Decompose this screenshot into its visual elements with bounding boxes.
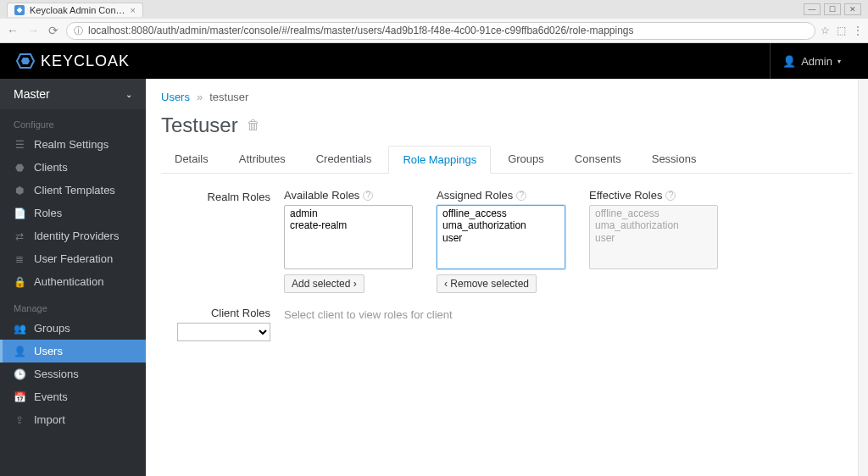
lock-icon: 🔒 [14, 276, 25, 288]
available-roles-column: Available Roles? admin create-realm Add … [284, 189, 413, 293]
section-title: Manage [0, 293, 146, 317]
tab-favicon-icon: ◆ [14, 5, 25, 15]
role-option[interactable]: user [439, 232, 563, 244]
browser-tab[interactable]: ◆ Keycloak Admin Con… × [7, 3, 143, 17]
database-icon: ≣ [14, 253, 25, 265]
page-title-text: Testuser [161, 113, 238, 137]
sidebar-item-authentication[interactable]: 🔒Authentication [0, 270, 146, 293]
browser-chrome: ◆ Keycloak Admin Con… × — ☐ ✕ ← → ⟳ ⓘ lo… [0, 0, 868, 43]
browser-tab-bar: ◆ Keycloak Admin Con… × — ☐ ✕ [0, 0, 868, 19]
url-text: localhost:8080/auth/admin/master/console… [88, 25, 634, 36]
tab-title: Keycloak Admin Con… [30, 5, 125, 15]
tab-attributes[interactable]: Attributes [225, 146, 299, 173]
sidebar-item-sessions[interactable]: 🕒Sessions [0, 363, 146, 385]
effective-roles-label: Effective Roles [589, 189, 662, 202]
sidebar-item-label: Realm Settings [34, 138, 108, 151]
tab-credentials[interactable]: Credentials [303, 146, 386, 173]
sidebar-item-realm-settings[interactable]: ☰Realm Settings [0, 133, 146, 156]
sidebar-item-label: Identity Providers [34, 230, 119, 242]
sidebar-item-label: Client Templates [34, 184, 115, 196]
tab-role-mappings[interactable]: Role Mappings [388, 146, 491, 174]
window-controls: — ☐ ✕ [804, 3, 861, 15]
role-option[interactable]: admin [287, 208, 410, 219]
role-option: uma_authorization [592, 219, 715, 231]
sidebar-item-roles[interactable]: 📄Roles [0, 202, 146, 224]
role-option[interactable]: uma_authorization [439, 219, 563, 231]
add-selected-button[interactable]: Add selected › [284, 274, 364, 293]
remove-selected-button[interactable]: ‹ Remove selected [437, 274, 537, 293]
reload-icon[interactable]: ⟳ [46, 24, 61, 37]
trash-icon[interactable]: 🗑 [247, 118, 260, 133]
sidebar-item-users[interactable]: 👤Users [0, 340, 146, 363]
client-roles-row: Client Roles Select client to view roles… [161, 307, 853, 341]
extension-icon[interactable]: ⬚ [837, 25, 846, 36]
role-option: user [592, 232, 715, 244]
sidebar-item-label: Sessions [34, 368, 79, 380]
url-input[interactable]: ⓘ localhost:8080/auth/admin/master/conso… [66, 22, 815, 40]
sidebar-item-import[interactable]: ⇪Import [0, 408, 146, 431]
sidebar-item-label: User Federation [34, 252, 113, 265]
role-option[interactable]: create-realm [287, 219, 410, 231]
tab-details[interactable]: Details [161, 146, 222, 173]
realm-selector[interactable]: Master ⌄ [0, 79, 146, 109]
main-content: Users » testuser Testuser 🗑 Details Attr… [146, 79, 868, 476]
help-icon[interactable]: ? [363, 191, 373, 201]
menu-icon[interactable]: ⋮ [853, 25, 863, 36]
client-hint: Select client to view roles for client [284, 307, 453, 321]
effective-roles-select: offline_access uma_authorization user [589, 205, 718, 269]
cube-icon: ⬣ [14, 162, 25, 174]
available-roles-label: Available Roles [284, 189, 359, 202]
user-dropdown[interactable]: 👤 Admin ▾ [770, 43, 853, 79]
sidebar-section: Manage 👥Groups 👤Users 🕒Sessions 📅Events … [0, 293, 146, 431]
logo[interactable]: KEYCLOAK [15, 51, 130, 71]
sidebar-item-events[interactable]: 📅Events [0, 385, 146, 408]
group-icon: 👥 [14, 323, 25, 335]
effective-roles-column: Effective Roles? offline_access uma_auth… [589, 189, 718, 293]
forward-icon: → [25, 24, 41, 37]
assigned-roles-column: Assigned Roles? offline_access uma_autho… [437, 189, 565, 293]
sidebar-item-client-templates[interactable]: ⬢Client Templates [0, 179, 146, 202]
chevron-down-icon: ⌄ [125, 90, 132, 99]
sidebar-item-clients[interactable]: ⬣Clients [0, 156, 146, 179]
cubes-icon: ⬢ [14, 185, 25, 196]
file-icon: 📄 [14, 208, 25, 219]
breadcrumb: Users » testuser [161, 91, 853, 103]
role-option[interactable]: offline_access [439, 208, 563, 219]
minimize-icon[interactable]: — [804, 3, 821, 15]
user-icon: 👤 [14, 346, 25, 357]
sidebar-item-user-federation[interactable]: ≣User Federation [0, 247, 146, 270]
info-icon[interactable]: ⓘ [74, 25, 83, 37]
url-bar: ← → ⟳ ⓘ localhost:8080/auth/admin/master… [0, 19, 868, 42]
upload-icon: ⇪ [14, 414, 25, 426]
assigned-roles-select[interactable]: offline_access uma_authorization user [437, 205, 565, 269]
realm-roles-label: Realm Roles [161, 189, 284, 203]
close-window-icon[interactable]: ✕ [844, 3, 861, 15]
client-select[interactable] [177, 323, 270, 341]
maximize-icon[interactable]: ☐ [824, 3, 841, 15]
sidebar-item-label: Groups [34, 322, 70, 335]
calendar-icon: 📅 [14, 391, 25, 403]
sidebar-item-identity-providers[interactable]: ⇄Identity Providers [0, 224, 146, 247]
breadcrumb-link-users[interactable]: Users [161, 91, 190, 103]
help-icon[interactable]: ? [665, 191, 676, 201]
keycloak-logo-icon [15, 51, 36, 71]
sidebar-item-groups[interactable]: 👥Groups [0, 317, 146, 340]
available-roles-select[interactable]: admin create-realm [284, 205, 413, 269]
realm-name: Master [14, 87, 50, 101]
username: Admin [801, 55, 832, 68]
chevron-down-icon: ▾ [837, 58, 841, 65]
tab-consents[interactable]: Consents [561, 146, 635, 173]
sidebar-item-label: Users [34, 345, 63, 357]
section-title: Configure [0, 109, 146, 133]
help-icon[interactable]: ? [516, 191, 526, 201]
role-option: offline_access [592, 208, 715, 219]
tab-sessions[interactable]: Sessions [638, 146, 710, 173]
sidebar-section: Configure ☰Realm Settings ⬣Clients ⬢Clie… [0, 109, 146, 293]
close-icon[interactable]: × [131, 5, 136, 15]
star-icon[interactable]: ☆ [821, 25, 830, 36]
logo-text: KEYCLOAK [41, 53, 130, 70]
tab-groups[interactable]: Groups [494, 146, 558, 173]
back-icon[interactable]: ← [5, 24, 20, 37]
scrollbar[interactable] [858, 79, 868, 476]
realm-roles-row: Realm Roles Available Roles? admin creat… [161, 189, 853, 293]
